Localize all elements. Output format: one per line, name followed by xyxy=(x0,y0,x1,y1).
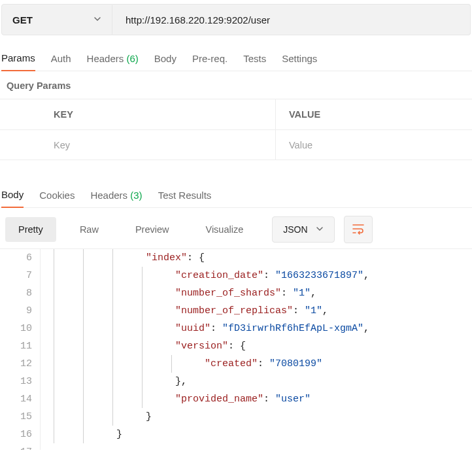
key-header: KEY xyxy=(41,99,276,129)
line-number: 13 xyxy=(0,373,32,390)
tab-body[interactable]: Body xyxy=(154,53,177,71)
code-line: "provided_name": "user" xyxy=(41,390,472,408)
line-number: 10 xyxy=(0,320,32,337)
view-raw-button[interactable]: Raw xyxy=(67,217,112,242)
method-label: GET xyxy=(12,14,33,26)
line-number: 9 xyxy=(0,302,32,320)
chevron-down-icon xyxy=(316,224,324,235)
value-header: VALUE xyxy=(276,99,472,129)
tab-settings[interactable]: Settings xyxy=(282,53,317,71)
line-number-gutter: 67891011121314151617 xyxy=(0,249,41,450)
url-input[interactable] xyxy=(112,4,471,35)
response-tab-cookies[interactable]: Cookies xyxy=(39,190,75,207)
format-dropdown[interactable]: JSON xyxy=(272,216,334,243)
code-line: "creation_date": "1663233671897", xyxy=(41,267,472,284)
query-params-title: Query Params xyxy=(0,71,472,99)
line-number: 17 xyxy=(0,443,32,450)
code-line: } xyxy=(41,408,472,426)
line-number: 8 xyxy=(0,284,32,302)
key-cell xyxy=(41,130,276,160)
code-body: "index": {"creation_date": "166323367189… xyxy=(41,249,472,450)
response-tab-test-results[interactable]: Test Results xyxy=(158,190,212,207)
table-row xyxy=(0,129,472,160)
code-line: "number_of_replicas": "1", xyxy=(41,302,472,320)
format-label: JSON xyxy=(283,224,307,235)
code-line: "uuid": "fD3irwrhRf6hEfApL-xgmA", xyxy=(41,320,472,337)
response-tab-headers-label: Headers xyxy=(90,190,130,201)
wrap-icon xyxy=(352,223,365,237)
response-tab-headers-count: (3) xyxy=(130,190,142,201)
tab-headers-count: (6) xyxy=(126,53,138,64)
key-input[interactable] xyxy=(54,140,275,150)
table-header-row: KEY VALUE xyxy=(0,99,472,129)
check-header xyxy=(0,99,41,129)
view-pretty-button[interactable]: Pretty xyxy=(5,217,56,242)
tab-auth[interactable]: Auth xyxy=(51,53,71,71)
response-tab-headers[interactable]: Headers (3) xyxy=(90,190,142,207)
query-params-table: KEY VALUE xyxy=(0,99,472,160)
value-input[interactable] xyxy=(289,140,472,150)
line-number: 6 xyxy=(0,249,32,267)
code-line: "index": { xyxy=(41,249,472,267)
tab-headers-label: Headers xyxy=(87,53,127,64)
tab-headers[interactable]: Headers (6) xyxy=(87,53,139,71)
value-cell xyxy=(276,130,472,160)
code-line: "created": "7080199" xyxy=(41,355,472,373)
http-method-dropdown[interactable]: GET xyxy=(1,4,112,35)
code-line: "version": { xyxy=(41,337,472,355)
line-number: 7 xyxy=(0,267,32,284)
code-viewer[interactable]: 67891011121314151617 "index": {"creation… xyxy=(0,248,472,450)
tab-prereq[interactable]: Pre-req. xyxy=(192,53,228,71)
line-number: 14 xyxy=(0,390,32,408)
code-line: "number_of_shards": "1", xyxy=(41,284,472,302)
tab-tests[interactable]: Tests xyxy=(243,53,266,71)
view-preview-button[interactable]: Preview xyxy=(122,217,182,242)
line-number: 15 xyxy=(0,408,32,426)
response-tab-body[interactable]: Body xyxy=(1,189,24,208)
line-number: 16 xyxy=(0,426,32,443)
tab-params[interactable]: Params xyxy=(1,52,35,71)
code-line: }, xyxy=(41,373,472,390)
code-line: } xyxy=(41,426,472,443)
view-visualize-button[interactable]: Visualize xyxy=(192,217,256,242)
check-cell[interactable] xyxy=(0,130,41,160)
wrap-lines-button[interactable] xyxy=(344,216,373,243)
line-number: 11 xyxy=(0,337,32,355)
chevron-down-icon xyxy=(93,14,101,25)
line-number: 12 xyxy=(0,355,32,373)
